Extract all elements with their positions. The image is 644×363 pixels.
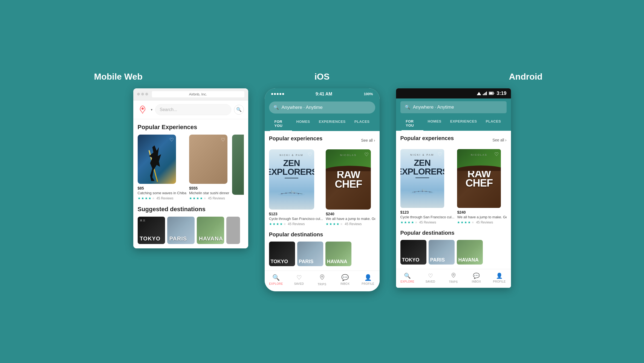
android-status-bar: 3:19 xyxy=(396,88,511,98)
android-raw-stars: ★★★★★ 45 Reviews xyxy=(457,220,506,224)
ios-tab-homes[interactable]: HOMES xyxy=(292,117,314,131)
mobile-web-search-bar[interactable]: Search... xyxy=(155,104,231,115)
mw-heart-surf[interactable]: ♡ xyxy=(169,137,174,143)
devices-row: Airbnb, Inc. ▾ Search... 🔍 Popular Exper… xyxy=(16,88,628,292)
ios-heart-zen[interactable]: ♡ xyxy=(308,152,312,158)
mobile-web-search-button[interactable]: 🔍 xyxy=(234,105,244,115)
android-exp-card-raw[interactable]: NICOLAS RAWCHEF ♡ $240 We all have a jum… xyxy=(457,149,506,225)
browser-url-bar[interactable]: Airbnb, Inc. xyxy=(152,91,244,97)
mw-exp-card-surf[interactable]: ♡ $85 Catching some waves in Chiba ★★★★★… xyxy=(138,135,186,201)
ios-time: 9:41 AM xyxy=(316,92,332,97)
android-signal-icon xyxy=(483,91,487,95)
mw-exp-stars-sushi: ★★★★★ 45 Reviews xyxy=(189,196,229,200)
svg-point-22 xyxy=(429,191,430,193)
ios-nav-trips[interactable]: TRIPS xyxy=(311,274,334,286)
svg-rect-11 xyxy=(485,92,486,95)
android-nav-explore[interactable]: 🔍 EXPLORE xyxy=(396,272,419,283)
ios-nav-explore[interactable]: 🔍 EXPLORE xyxy=(265,274,288,286)
svg-point-3 xyxy=(285,193,287,194)
svg-rect-9 xyxy=(483,94,484,95)
android-raw-price: $240 xyxy=(457,210,506,214)
ios-tabs: FOR YOU HOMES EXPERIENCES PLACES xyxy=(269,117,375,131)
ios-tab-places[interactable]: PLACES xyxy=(350,117,374,131)
mw-destinations-row: 東京 TOKYO PARIS HAVANA xyxy=(138,217,244,244)
svg-point-5 xyxy=(294,193,295,194)
android-tab-homes[interactable]: HOMES xyxy=(423,117,446,131)
svg-rect-10 xyxy=(484,93,485,95)
android-experiences-row: NICKI & PAM ZENEXPLORERS xyxy=(400,149,507,225)
ios-heart-raw[interactable]: ♡ xyxy=(364,152,369,158)
svg-point-7 xyxy=(321,276,323,277)
browser-dot-1 xyxy=(137,93,140,95)
android-profile-icon: 👤 xyxy=(496,272,503,279)
ios-raw-title: RAWCHEF xyxy=(335,170,362,188)
svg-marker-8 xyxy=(477,92,481,95)
android-dest-card-havana[interactable]: HAVANA xyxy=(457,240,483,265)
android-tab-for-you[interactable]: FOR YOU xyxy=(402,117,423,131)
ios-dest-card-havana[interactable]: HAVANA xyxy=(325,242,351,266)
android-tab-experiences[interactable]: EXPERIENCES xyxy=(446,117,481,131)
ios-nav-saved[interactable]: ♡ SAVED xyxy=(288,274,311,286)
ios-dest-card-paris[interactable]: PARIS xyxy=(297,242,323,266)
android-exp-card-zen[interactable]: NICKI & PAM ZENEXPLORERS xyxy=(400,149,455,225)
ios-device: 9:41 AM 100% 🔍 Anywhere · Anytime FOR YO… xyxy=(265,88,380,292)
ios-exp-img-raw: NICOLAS RAWCHEF ♡ xyxy=(326,149,371,210)
mw-dest-label-havana: HAVANA xyxy=(199,236,223,242)
ios-zen-line xyxy=(285,178,298,178)
android-dest-card-tokyo[interactable]: TOKYO xyxy=(400,240,426,265)
svg-rect-15 xyxy=(489,92,493,94)
android-tabs: FOR YOU HOMES EXPERIENCES PLACES xyxy=(400,117,507,131)
ios-nav-inbox[interactable]: 💬 INBOX xyxy=(334,274,357,286)
android-zen-title: ZENEXPLORERS xyxy=(400,158,444,176)
ios-exp-card-zen[interactable]: NICKI & PAM ZENEXPLORERS xyxy=(269,149,323,226)
ios-battery: 100% xyxy=(364,92,373,96)
android-heart-zen[interactable]: ♡ xyxy=(438,151,442,157)
android-status-icons xyxy=(477,91,494,95)
ios-explore-icon: 🔍 xyxy=(272,274,280,281)
android-saved-label: SAVED xyxy=(426,280,435,283)
android-popular-experiences-header: Popular experiences See all › xyxy=(400,135,507,145)
android-time: 3:19 xyxy=(496,91,506,96)
android-heart-raw[interactable]: ♡ xyxy=(494,151,499,157)
ios-zen-stars: ★★★★★ 45 Reviews xyxy=(269,222,323,226)
logo-dropdown-icon: ▾ xyxy=(151,108,152,112)
mw-dest-card-tokyo[interactable]: 東京 TOKYO xyxy=(138,217,165,244)
android-zen-host: NICKI & PAM xyxy=(410,153,434,156)
ios-zen-title: ZENEXPLORERS xyxy=(269,159,314,176)
ios-destinations-row: TOKYO PARIS HAVANA xyxy=(269,242,375,266)
android-saved-icon: ♡ xyxy=(428,272,433,279)
android-destinations-row: TOKYO PARIS HAVANA xyxy=(400,240,507,265)
mw-heart-sushi[interactable]: ♡ xyxy=(221,137,225,143)
ios-search-container[interactable]: 🔍 Anywhere · Anytime xyxy=(269,101,375,114)
ios-nav-profile[interactable]: 👤 PROFILE xyxy=(357,274,380,286)
mw-exp-title-surf: Catching some waves in Chiba xyxy=(138,191,186,196)
signal-dot-4 xyxy=(279,93,281,95)
svg-rect-14 xyxy=(494,93,494,94)
ios-tab-experiences[interactable]: EXPERIENCES xyxy=(314,117,350,131)
ios-zen-boat xyxy=(269,185,314,201)
mw-dest-card-havana[interactable]: HAVANA xyxy=(197,217,224,244)
android-nav-saved[interactable]: ♡ SAVED xyxy=(419,272,442,283)
svg-point-21 xyxy=(425,191,426,192)
android-nav-profile[interactable]: 👤 PROFILE xyxy=(488,272,511,283)
android-nav-trips[interactable]: TRIPS xyxy=(442,272,465,283)
mw-exp-card-sushi[interactable]: ♡ $555 Michelin star sushi dinner ★★★★★ … xyxy=(189,135,229,201)
android-inbox-icon: 💬 xyxy=(473,272,480,279)
android-tab-places[interactable]: PLACES xyxy=(481,117,506,131)
ios-tab-for-you[interactable]: FOR YOU xyxy=(270,117,292,131)
mw-exp-img-surf: ♡ xyxy=(138,135,176,184)
ios-status-bar: 9:41 AM 100% xyxy=(265,88,380,99)
ios-exp-img-zen: NICKI & PAM ZENEXPLORERS xyxy=(269,149,314,210)
ios-see-all-btn[interactable]: See all › xyxy=(361,138,375,143)
android-nav-inbox[interactable]: 💬 INBOX xyxy=(465,272,488,283)
android-dest-card-paris[interactable]: PARIS xyxy=(429,240,455,265)
mobile-web-content: Popular Experiences ♡ $85 Catching some … xyxy=(133,119,248,249)
android-search-container[interactable]: 🔍 Anywhere · Anytime xyxy=(400,101,507,113)
ios-exp-card-raw[interactable]: NICOLAS RAWCHEF ♡ $240 We all have a jum… xyxy=(326,149,375,226)
ios-experiences-row: NICKI & PAM ZENEXPLORERS xyxy=(269,149,375,226)
mw-dest-card-paris[interactable]: PARIS xyxy=(167,217,195,244)
android-see-all-btn[interactable]: See all › xyxy=(492,138,506,142)
ios-dest-card-tokyo[interactable]: TOKYO xyxy=(269,242,295,266)
android-label: Android xyxy=(424,72,628,82)
mw-exp-price-surf: $85 xyxy=(138,186,186,190)
